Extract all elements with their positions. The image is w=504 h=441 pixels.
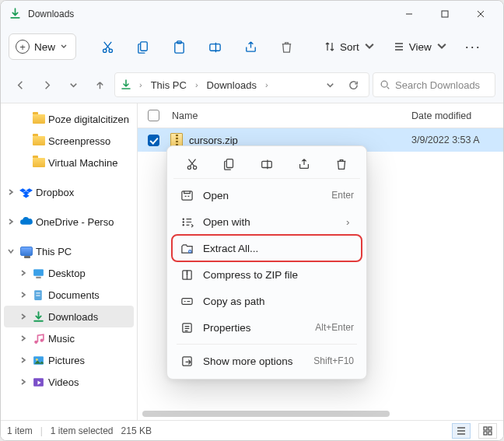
desktop-icon <box>32 267 45 280</box>
svg-rect-19 <box>488 427 492 430</box>
thumbnails-view-button[interactable] <box>478 423 497 439</box>
ctx-share-button[interactable] <box>291 152 317 176</box>
chevron-down-icon[interactable] <box>5 247 16 255</box>
search-placeholder: Search Downloads <box>395 79 480 91</box>
svg-rect-4 <box>174 42 183 52</box>
sidebar-item-music[interactable]: Music <box>1 327 137 349</box>
details-view-button[interactable] <box>452 423 471 439</box>
menu-compress[interactable]: Compress to ZIP file <box>172 261 362 288</box>
chevron-right-icon[interactable] <box>5 188 16 196</box>
sidebar-item-videos[interactable]: Videos <box>1 371 137 393</box>
menu-properties[interactable]: Properties Alt+Enter <box>172 314 362 341</box>
sort-button[interactable]: Sort <box>317 33 382 61</box>
dropbox-icon <box>19 186 33 199</box>
recent-button[interactable] <box>61 73 85 96</box>
chevron-down-icon <box>436 40 448 53</box>
svg-point-28 <box>182 221 184 222</box>
column-header[interactable]: Name Date modified <box>138 103 503 128</box>
chevron-right-icon[interactable] <box>18 378 29 386</box>
open-with-icon <box>180 215 194 229</box>
sidebar-item[interactable]: Screenpresso <box>1 130 137 152</box>
chevron-right-icon[interactable] <box>18 356 29 364</box>
ctx-cut-button[interactable] <box>179 152 205 176</box>
address-dropdown[interactable] <box>319 74 341 96</box>
back-button[interactable] <box>9 73 32 96</box>
svg-rect-24 <box>226 159 233 167</box>
new-button[interactable]: + New <box>9 33 76 60</box>
sidebar-item-desktop[interactable]: Desktop <box>1 262 137 284</box>
svg-point-16 <box>36 359 38 361</box>
search-icon <box>380 79 390 90</box>
column-date[interactable]: Date modified <box>411 110 503 121</box>
ctx-copy-button[interactable] <box>216 152 243 176</box>
chevron-right-icon[interactable] <box>18 313 29 320</box>
svg-point-7 <box>381 81 387 87</box>
sidebar-item-dropbox[interactable]: Dropbox <box>1 181 137 203</box>
maximize-button[interactable] <box>427 1 463 26</box>
sidebar-item[interactable]: Virtual Machine <box>1 152 137 173</box>
forward-button[interactable] <box>35 73 58 96</box>
svg-rect-8 <box>33 269 44 276</box>
sidebar-item-pictures[interactable]: Pictures <box>1 349 137 371</box>
refresh-button[interactable] <box>342 74 364 96</box>
menu-extract-all[interactable]: Extract All... <box>172 235 362 261</box>
search-box[interactable]: Search Downloads <box>373 72 495 97</box>
menu-copy-path[interactable]: Copy as path <box>172 288 362 314</box>
address-bar[interactable]: › This PC › Downloads › <box>114 72 369 97</box>
sidebar-item-downloads[interactable]: Downloads <box>4 306 134 327</box>
svg-rect-12 <box>36 295 40 296</box>
menu-open[interactable]: Open Enter <box>172 182 362 208</box>
menu-show-more[interactable]: Show more options Shift+F10 <box>172 348 362 374</box>
breadcrumb-segment[interactable]: Downloads <box>204 78 260 93</box>
pictures-icon <box>32 354 45 367</box>
row-checkbox[interactable] <box>148 135 159 146</box>
more-button[interactable]: ··· <box>459 39 488 55</box>
plus-icon: + <box>16 40 30 54</box>
nav-pane[interactable]: Poze digitalcitizen Screenpresso Virtual… <box>1 103 138 420</box>
status-bar: 1 item | 1 item selected 215 KB <box>1 420 503 440</box>
documents-icon <box>32 289 45 302</box>
chevron-right-icon[interactable] <box>5 218 16 226</box>
svg-rect-11 <box>36 292 40 293</box>
chevron-right-icon: › <box>137 80 145 89</box>
sidebar-item-onedrive[interactable]: OneDrive - Perso <box>1 211 137 233</box>
menu-open-with[interactable]: Open with › <box>172 208 362 235</box>
breadcrumb-segment[interactable]: This PC <box>148 78 190 93</box>
ctx-rename-button[interactable] <box>254 152 280 176</box>
downloads-icon <box>32 310 45 324</box>
context-quick-actions <box>173 149 360 179</box>
file-name: cursors.zip <box>189 135 411 146</box>
ctx-delete-button[interactable] <box>328 152 355 176</box>
minimize-button[interactable] <box>391 1 427 26</box>
rename-button[interactable] <box>199 33 230 61</box>
chevron-right-icon[interactable] <box>18 269 29 277</box>
sidebar-item[interactable]: Poze digitalcitizen <box>1 108 137 130</box>
sidebar-item-thispc[interactable]: This PC <box>1 240 137 262</box>
up-button[interactable] <box>88 73 111 96</box>
compress-icon <box>180 268 194 282</box>
file-date: 3/9/2022 3:53 A <box>411 135 503 145</box>
folder-icon <box>32 156 45 170</box>
column-name[interactable]: Name <box>169 110 411 121</box>
nav-row: › This PC › Downloads › Search Downloads <box>1 67 503 103</box>
explorer-window: Downloads + New Sort View ··· <box>0 0 504 441</box>
scrollbar-thumb[interactable] <box>142 411 390 417</box>
open-icon <box>180 188 194 202</box>
view-button[interactable]: View <box>387 33 454 61</box>
chevron-right-icon[interactable] <box>18 334 29 342</box>
delete-button[interactable] <box>271 33 302 61</box>
copy-button[interactable] <box>128 33 159 61</box>
pc-icon <box>19 245 33 258</box>
share-button[interactable] <box>235 33 266 61</box>
sort-icon <box>324 40 336 53</box>
horizontal-scrollbar[interactable] <box>142 409 486 418</box>
chevron-right-icon: › <box>193 80 201 89</box>
cut-button[interactable] <box>92 33 123 61</box>
close-button[interactable] <box>463 1 499 26</box>
sidebar-item-documents[interactable]: Documents <box>1 284 137 306</box>
folder-icon <box>32 135 45 148</box>
paste-button[interactable] <box>163 33 194 61</box>
select-all-checkbox[interactable] <box>148 110 159 121</box>
status-size: 215 KB <box>121 425 152 436</box>
chevron-right-icon[interactable] <box>18 291 29 299</box>
